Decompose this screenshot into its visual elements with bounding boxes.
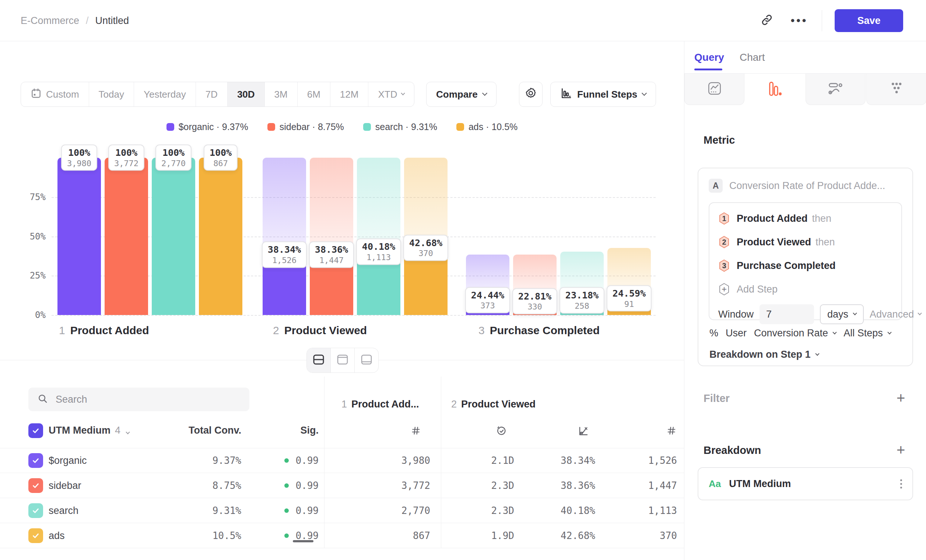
chevron-down-icon (853, 311, 857, 315)
row-step2-conversion: 42.68% (499, 530, 595, 541)
row-series-name: sidebar (48, 480, 82, 491)
save-button[interactable]: Save (835, 9, 903, 32)
table-row[interactable]: ads10.5%0.998671.9D42.68%370 (0, 523, 684, 548)
chart-type-button[interactable]: Funnel Steps (550, 82, 656, 107)
retention-icon (888, 80, 904, 98)
share-link-button[interactable] (757, 11, 777, 30)
breadcrumb-report-title[interactable]: Untitled (95, 15, 129, 27)
more-menu-button[interactable]: ••• (789, 11, 809, 30)
row-significance: 0.99 (223, 530, 319, 541)
query-funnel-step[interactable]: 2Product Viewedthen (718, 230, 893, 254)
measure-metric-select[interactable]: Conversion Rate (754, 327, 836, 339)
bar-user-count: 330 (518, 302, 551, 312)
row-checkbox[interactable] (28, 528, 43, 543)
window-value-input[interactable] (760, 304, 814, 324)
row-significance: 0.99 (223, 505, 319, 516)
count-metric-icon[interactable] (666, 425, 676, 437)
header-divider (822, 10, 822, 31)
select-all-checkbox[interactable] (28, 423, 43, 438)
step-number: 2 (273, 324, 279, 336)
step2-name: Product Viewed (461, 399, 536, 410)
chevron-down-icon (642, 91, 647, 96)
legend-item[interactable]: search · 9.31% (363, 121, 437, 132)
more-options-icon[interactable] (900, 479, 902, 489)
insights-report-tab[interactable] (684, 74, 744, 105)
add-step-row[interactable]: + Add Step (718, 277, 893, 301)
row-checkbox[interactable] (28, 453, 43, 468)
legend-item[interactable]: sidebar · 8.75% (268, 121, 344, 132)
top-bar: E-Commerce / Untitled ••• Save (0, 0, 926, 41)
funnel-bar[interactable] (357, 158, 400, 315)
funnel-bar[interactable] (199, 158, 242, 315)
row-significance: 0.99 (223, 480, 319, 491)
date-range-yesterday[interactable]: Yesterday (134, 82, 195, 106)
chart-only-view-button[interactable] (330, 348, 354, 372)
ellipsis-icon: ••• (791, 14, 808, 27)
breadcrumb: E-Commerce / Untitled (21, 0, 129, 41)
funnel-bar[interactable] (263, 158, 306, 315)
avg-time-metric-icon[interactable] (496, 425, 507, 438)
split-view-button[interactable] (307, 348, 330, 372)
breakdown-on-step-select[interactable]: Breakdown on Step 1 (710, 349, 819, 360)
table-row[interactable]: $organic9.37%0.993,9802.1D38.34%1,526 (0, 448, 684, 473)
chevron-down-icon (887, 330, 891, 334)
row-checkbox[interactable] (28, 478, 43, 493)
measure-entity[interactable]: User (726, 327, 747, 339)
legend-label: $organic · 9.37% (179, 121, 248, 132)
legend-item[interactable]: ads · 10.5% (456, 121, 517, 132)
total-conv-column-header[interactable]: Total Conv. (168, 425, 241, 436)
step-hexagon-badge: 3 (718, 259, 730, 272)
date-range-3m[interactable]: 3M (265, 82, 297, 106)
funnel-step-label: 3Purchase Completed (478, 324, 600, 337)
group-by-label[interactable]: UTM Medium4 (48, 425, 129, 436)
compare-button[interactable]: Compare (426, 82, 496, 107)
funnel-bar[interactable] (310, 158, 353, 315)
bar-conversion-percent: 100% (210, 147, 232, 159)
date-range-6m[interactable]: 6M (297, 82, 330, 106)
tab-chart[interactable]: Chart (740, 51, 765, 64)
row-checkbox[interactable] (28, 503, 43, 518)
search-input[interactable] (56, 394, 232, 405)
legend-item[interactable]: $organic · 9.37% (166, 121, 248, 132)
date-range-today[interactable]: Today (89, 82, 134, 106)
date-range-label: 7D (206, 89, 218, 100)
group-count: 4 (115, 425, 120, 436)
breadcrumb-project[interactable]: E-Commerce (21, 15, 79, 27)
query-funnel-step[interactable]: 1Product Addedthen (718, 207, 893, 230)
date-range-xtd[interactable]: XTD (368, 82, 414, 106)
retention-report-tab[interactable] (866, 74, 926, 105)
funnel-bar[interactable] (152, 158, 195, 315)
bar-value-label: 42.68%370 (403, 235, 448, 261)
conversion-window-row: Window days Advanced (718, 301, 893, 327)
table-row[interactable]: search9.31%0.992,7702.3D40.18%1,113 (0, 498, 684, 523)
step-name: Product Viewed (284, 324, 367, 336)
table-row[interactable]: sidebar8.75%0.993,7722.3D38.36%1,447 (0, 473, 684, 498)
query-funnel-step[interactable]: 3Purchase Completed (718, 254, 893, 277)
advanced-toggle[interactable]: Advanced (870, 309, 921, 320)
count-metric-icon[interactable] (411, 425, 421, 437)
date-range-30d[interactable]: 30D (227, 82, 265, 106)
funnel-bar[interactable] (104, 158, 148, 315)
tab-query[interactable]: Query (694, 51, 724, 64)
chart-settings-button[interactable] (519, 82, 543, 107)
sig-column-header[interactable]: Sig. (263, 425, 319, 436)
window-unit-select[interactable]: days (820, 304, 864, 324)
date-range-12m[interactable]: 12M (330, 82, 368, 106)
horizontal-scrollbar-thumb[interactable] (293, 540, 313, 542)
funnel-bar[interactable] (57, 158, 101, 315)
step-hexagon-badge: 1 (718, 212, 730, 225)
measure-scope-select[interactable]: All Steps (843, 327, 891, 339)
bar-conversion-percent: 38.34% (268, 245, 301, 256)
funnels-report-tab[interactable] (745, 74, 805, 105)
flows-report-tab[interactable] (806, 74, 865, 105)
breakdown-property-card[interactable]: Aa UTM Medium (698, 467, 913, 500)
bar-value-label: 100%3,772 (108, 144, 144, 171)
add-breakdown-button[interactable]: + (897, 442, 905, 457)
metric-title-row[interactable]: A Conversion Rate of Product Adde... (709, 179, 885, 193)
y-axis-tick-label: 75% (10, 192, 46, 202)
add-filter-button[interactable]: + (897, 390, 905, 405)
conversion-rate-metric-icon[interactable] (578, 425, 589, 438)
table-only-view-button[interactable] (354, 348, 378, 372)
date-range-7d[interactable]: 7D (195, 82, 227, 106)
date-range-custom[interactable]: Custom (21, 82, 89, 106)
